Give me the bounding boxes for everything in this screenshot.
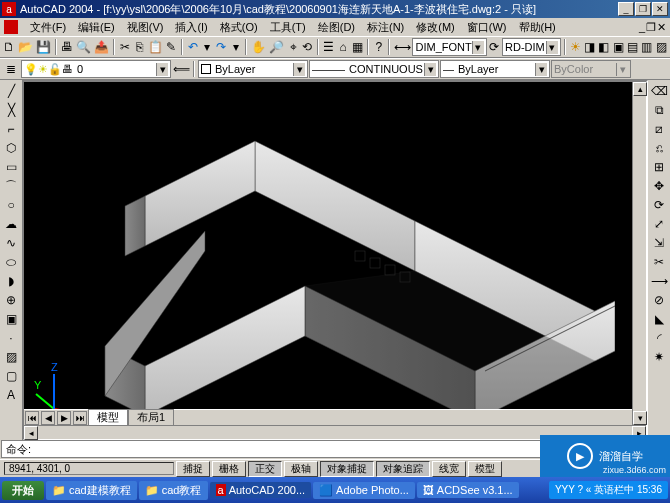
break-icon[interactable]: ⊘ <box>650 291 668 309</box>
dim-style-dropdown[interactable]: DIM_FONT▾ <box>412 38 486 56</box>
scroll-down-icon[interactable]: ▾ <box>633 411 647 425</box>
dc-icon[interactable]: ⌂ <box>336 38 349 56</box>
taskbar-item[interactable]: 🖼ACDSee v3.1... <box>417 482 519 498</box>
publish-icon[interactable]: 📤 <box>93 38 110 56</box>
doc-minimize-button[interactable]: _ <box>639 21 645 34</box>
pan-icon[interactable]: ✋ <box>250 38 267 56</box>
text-icon[interactable]: A <box>2 386 20 404</box>
tab-prev-button[interactable]: ◀ <box>41 411 55 425</box>
menu-draw[interactable]: 绘图(D) <box>312 20 361 35</box>
ellipse-icon[interactable]: ⬭ <box>2 253 20 271</box>
circle-icon[interactable]: ○ <box>2 196 20 214</box>
insert-icon[interactable]: ⊕ <box>2 291 20 309</box>
ellipsearc-icon[interactable]: ◗ <box>2 272 20 290</box>
menu-dimension[interactable]: 标注(N) <box>361 20 410 35</box>
rectangle-icon[interactable]: ▭ <box>2 158 20 176</box>
menu-view[interactable]: 视图(V) <box>121 20 170 35</box>
rotate-icon[interactable]: ⟳ <box>650 196 668 214</box>
snap-button[interactable]: 捕捉 <box>176 461 210 477</box>
block-icon[interactable]: ▣ <box>2 310 20 328</box>
menu-window[interactable]: 窗口(W) <box>461 20 513 35</box>
redo-drop-icon[interactable]: ▾ <box>229 38 242 56</box>
help-icon[interactable]: ? <box>372 38 385 56</box>
revcloud-icon[interactable]: ☁ <box>2 215 20 233</box>
fillet-icon[interactable]: ◜ <box>650 329 668 347</box>
xline-icon[interactable]: ╳ <box>2 101 20 119</box>
menu-edit[interactable]: 编辑(E) <box>72 20 121 35</box>
polygon-icon[interactable]: ⬡ <box>2 139 20 157</box>
mirror-icon[interactable]: ⧄ <box>650 120 668 138</box>
shade-icon[interactable]: ◧ <box>597 38 610 56</box>
menu-insert[interactable]: 插入(I) <box>169 20 213 35</box>
start-button[interactable]: 开始 <box>2 481 44 500</box>
trim-icon[interactable]: ✂ <box>650 253 668 271</box>
dim-group-dropdown[interactable]: RD-DIM▾ <box>502 38 560 56</box>
menu-tools[interactable]: 工具(T) <box>264 20 312 35</box>
stretch-icon[interactable]: ⇲ <box>650 234 668 252</box>
osnap-button[interactable]: 对象捕捉 <box>320 461 374 477</box>
minimize-button[interactable]: _ <box>618 2 634 16</box>
close-button[interactable]: ✕ <box>652 2 668 16</box>
hide-icon[interactable]: ◨ <box>583 38 596 56</box>
copy-icon[interactable]: ⎘ <box>132 38 145 56</box>
arc-icon[interactable]: ⌒ <box>2 177 20 195</box>
otrack-button[interactable]: 对象追踪 <box>376 461 430 477</box>
color-dropdown[interactable]: ByLayer▾ <box>198 60 308 78</box>
polar-button[interactable]: 极轴 <box>284 461 318 477</box>
point-icon[interactable]: · <box>2 329 20 347</box>
menu-help[interactable]: 帮助(H) <box>513 20 562 35</box>
model-button[interactable]: 模型 <box>468 461 502 477</box>
menu-file[interactable]: 文件(F) <box>24 20 72 35</box>
layer-manager-icon[interactable]: ≣ <box>2 60 20 78</box>
undo-drop-icon[interactable]: ▾ <box>200 38 213 56</box>
menu-modify[interactable]: 修改(M) <box>410 20 461 35</box>
vertical-scrollbar[interactable]: ▴▾ <box>632 82 646 425</box>
shade5-icon[interactable]: ▨ <box>655 38 668 56</box>
restore-button[interactable]: ❐ <box>635 2 651 16</box>
taskbar-item[interactable]: 🟦Adobe Photo... <box>313 482 415 499</box>
lineweight-dropdown[interactable]: —ByLayer▾ <box>440 60 550 78</box>
tab-last-button[interactable]: ⏭ <box>73 411 87 425</box>
taskbar-item[interactable]: 📁cad建模教程 <box>46 481 137 500</box>
layer-dropdown[interactable]: 💡 ☀ 🔓 🖶 0 ▾ <box>21 60 171 78</box>
zoom-prev-icon[interactable]: ⟲ <box>301 38 314 56</box>
offset-icon[interactable]: ⎌ <box>650 139 668 157</box>
system-tray[interactable]: YYY ? « 英语栏中 15:36 <box>549 481 668 499</box>
spline-icon[interactable]: ∿ <box>2 234 20 252</box>
properties-icon[interactable]: ☰ <box>322 38 335 56</box>
render-icon[interactable]: ☀ <box>569 38 582 56</box>
zoom-rt-icon[interactable]: 🔎 <box>268 38 285 56</box>
move-icon[interactable]: ✥ <box>650 177 668 195</box>
shade3-icon[interactable]: ▤ <box>626 38 639 56</box>
shade2-icon[interactable]: ▣ <box>612 38 625 56</box>
scroll-up-icon[interactable]: ▴ <box>633 82 647 96</box>
chamfer-icon[interactable]: ◣ <box>650 310 668 328</box>
zoom-win-icon[interactable]: ⌖ <box>286 38 299 56</box>
region-icon[interactable]: ▢ <box>2 367 20 385</box>
open-icon[interactable]: 📂 <box>17 38 34 56</box>
viewport[interactable]: X Y Z ▴▾ ⏮ ◀ ▶ ⏭ 模型 布局1 ◂▸ <box>22 80 648 441</box>
hatch-icon[interactable]: ▨ <box>2 348 20 366</box>
tab-layout1[interactable]: 布局1 <box>128 409 174 426</box>
new-icon[interactable]: 🗋 <box>2 38 16 56</box>
pline-icon[interactable]: ⌐ <box>2 120 20 138</box>
tab-first-button[interactable]: ⏮ <box>25 411 39 425</box>
erase-icon[interactable]: ⌫ <box>650 82 668 100</box>
grid-button[interactable]: 栅格 <box>212 461 246 477</box>
layer-prev-icon[interactable]: ⟸ <box>172 60 190 78</box>
tab-next-button[interactable]: ▶ <box>57 411 71 425</box>
doc-close-button[interactable]: ✕ <box>657 21 666 34</box>
redo-icon[interactable]: ↷ <box>215 38 228 56</box>
plotstyle-dropdown[interactable]: ByColor▾ <box>551 60 631 78</box>
dim-linear-icon[interactable]: ⟷ <box>393 38 411 56</box>
cut-icon[interactable]: ✂ <box>118 38 131 56</box>
print-icon[interactable]: 🖶 <box>60 38 74 56</box>
doc-restore-button[interactable]: ❐ <box>646 21 656 34</box>
array-icon[interactable]: ⊞ <box>650 158 668 176</box>
undo-icon[interactable]: ↶ <box>186 38 199 56</box>
ortho-button[interactable]: 正交 <box>248 461 282 477</box>
dim-update-icon[interactable]: ⟳ <box>488 38 501 56</box>
lwt-button[interactable]: 线宽 <box>432 461 466 477</box>
line-icon[interactable]: ╱ <box>2 82 20 100</box>
match-icon[interactable]: ✎ <box>165 38 178 56</box>
